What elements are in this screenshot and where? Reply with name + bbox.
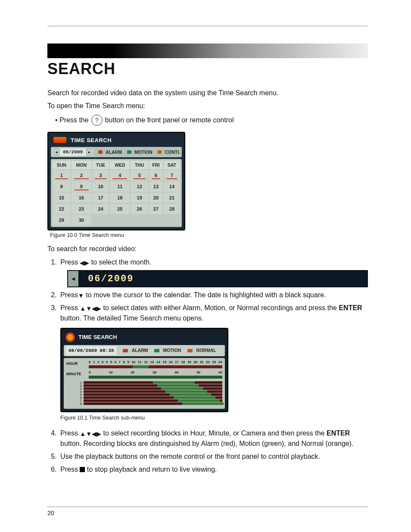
- normal-label: NORMAL: [196, 347, 216, 354]
- hour-tick: 10: [131, 360, 135, 365]
- alarm-swatch-icon: [123, 349, 128, 352]
- calendar-cell[interactable]: 23: [72, 204, 91, 214]
- calendar-cell[interactable]: 7: [164, 170, 180, 180]
- minute-tick: 40: [174, 370, 178, 375]
- calendar-cell[interactable]: 16: [72, 193, 91, 203]
- calendar-cell: [164, 215, 180, 225]
- camera-row[interactable]: [84, 387, 222, 390]
- step-2: Press▼ to move the cursor to the calenda…: [59, 290, 368, 300]
- hour-bar[interactable]: [89, 365, 222, 368]
- figure-10-1-header: TIME SEARCH: [64, 331, 225, 345]
- calendar-cell[interactable]: 20: [149, 193, 163, 203]
- calendar-cell[interactable]: 11: [110, 181, 130, 192]
- camera-row[interactable]: [84, 393, 222, 396]
- calendar-cell[interactable]: 19: [131, 193, 148, 203]
- motion-swatch-icon: [127, 150, 131, 154]
- calendar-cell: [92, 215, 109, 225]
- calendar-cell[interactable]: 17: [92, 193, 109, 203]
- down-arrow-icon: ▼: [86, 429, 92, 439]
- hour-tick: 17: [175, 360, 179, 365]
- scale-area[interactable]: HOUR 01234567891011121314151617181920212…: [64, 358, 225, 409]
- left-arrow-icon: ◀: [92, 429, 97, 439]
- hour-tick: 1: [93, 360, 95, 365]
- hour-tick: 11: [138, 360, 142, 365]
- calendar-cell[interactable]: 5: [131, 170, 148, 180]
- calendar-cell[interactable]: 2: [72, 170, 91, 180]
- calendar-cell[interactable]: 8: [53, 181, 71, 192]
- calendar-cell[interactable]: 27: [149, 204, 163, 214]
- conti-label: CONTI.: [165, 149, 180, 155]
- month-next-icon[interactable]: ▸: [86, 149, 92, 156]
- calendar-cell[interactable]: 21: [164, 193, 180, 203]
- camera-row[interactable]: [84, 402, 222, 405]
- calendar-cell[interactable]: 24: [92, 204, 109, 214]
- steps-list: Press ◀▶ to select the month. ◂ 06/2009 …: [47, 257, 368, 475]
- search-lead: To search for recorded video:: [47, 244, 368, 254]
- step-6: Press to stop playback and return to liv…: [59, 464, 368, 475]
- hour-tick: 20: [193, 360, 197, 365]
- calendar-cell[interactable]: 1: [53, 170, 71, 180]
- camera-row[interactable]: [84, 390, 222, 393]
- calendar-cell: [149, 215, 163, 225]
- camera-row[interactable]: [84, 381, 222, 384]
- step-4: Press ▲▼◀▶ to select recording blocks in…: [59, 428, 368, 449]
- step4-pre: Press: [60, 429, 80, 437]
- figure-10-0-title: TIME SEARCH: [71, 137, 112, 143]
- month-zoom-prev-icon[interactable]: ◂: [68, 271, 79, 286]
- calendar-cell: [110, 215, 130, 225]
- calendar-cell[interactable]: 10: [92, 181, 109, 192]
- camera-label: 7: [66, 399, 82, 402]
- calendar-cell[interactable]: 30: [72, 215, 91, 225]
- month-prev-icon[interactable]: ◂: [53, 149, 59, 156]
- calendar-cell[interactable]: 28: [164, 204, 180, 214]
- camera-block[interactable]: 12345678: [66, 381, 222, 405]
- hour-tick: 13: [150, 360, 154, 365]
- calendar-cell[interactable]: 26: [131, 204, 148, 214]
- minute-label: MINUTE: [66, 371, 87, 377]
- calendar-cell[interactable]: 15: [53, 193, 71, 203]
- calendar-cell[interactable]: 9: [72, 181, 91, 192]
- hour-tick: 15: [162, 360, 166, 365]
- hour-row[interactable]: HOUR 01234567891011121314151617181920212…: [66, 360, 222, 368]
- step3-mid: to select dates with either Alarm, Motio…: [103, 304, 339, 311]
- weekday-header: THU: [131, 161, 148, 169]
- hour-tick: 5: [110, 360, 112, 365]
- page-number: 20: [47, 510, 54, 516]
- calendar-cell[interactable]: 4: [110, 170, 130, 180]
- calendar-cell[interactable]: 29: [53, 215, 71, 225]
- camera-motion-segment: [157, 384, 199, 387]
- camera-labels: 12345678: [66, 381, 82, 405]
- page-title: SEARCH: [47, 60, 368, 78]
- figure-10-0-header: TIME SEARCH: [51, 135, 182, 147]
- calendar-grid[interactable]: SUNMONTUEWEDTHUFRISAT1234567891011121314…: [51, 159, 182, 227]
- calendar-cell[interactable]: 3: [92, 170, 109, 180]
- calendar-cell[interactable]: 6: [149, 170, 163, 180]
- camera-row[interactable]: [84, 384, 222, 387]
- calendar-cell[interactable]: 13: [149, 181, 163, 192]
- hour-tick: 0: [89, 360, 90, 365]
- motion-label: MOTION: [134, 149, 153, 155]
- camera-row[interactable]: [84, 396, 222, 399]
- calendar-cell[interactable]: 22: [53, 204, 71, 214]
- calendar-cell[interactable]: 14: [164, 181, 180, 192]
- camera-row[interactable]: [84, 399, 222, 402]
- camera-bars[interactable]: [84, 381, 222, 405]
- minute-bar[interactable]: [89, 376, 222, 379]
- calendar-cell[interactable]: 12: [131, 181, 148, 192]
- month-control[interactable]: ◂ 06/2009 ▸: [53, 148, 93, 156]
- camera-label: 6: [66, 396, 82, 399]
- open-menu-lead: To open the Time Search menu:: [47, 101, 368, 111]
- step4-enter: ENTER: [327, 429, 350, 437]
- weekday-header: SAT: [164, 161, 180, 169]
- weekday-header: WED: [110, 161, 130, 169]
- hour-tick: 14: [156, 360, 160, 365]
- calendar-cell[interactable]: 25: [110, 204, 130, 214]
- camera-motion-segment: [153, 381, 195, 384]
- up-arrow-icon: ▲: [80, 429, 86, 439]
- alarm-label-2: ALARM: [132, 347, 148, 354]
- step-5: Use the playback buttons on the remote c…: [59, 451, 368, 462]
- calendar-cell[interactable]: 18: [110, 193, 130, 203]
- minute-row[interactable]: MINUTE 0102030405060: [66, 370, 222, 379]
- manual-page: SEARCH Search for recorded video data on…: [0, 0, 411, 532]
- page-footer: 20: [47, 507, 368, 516]
